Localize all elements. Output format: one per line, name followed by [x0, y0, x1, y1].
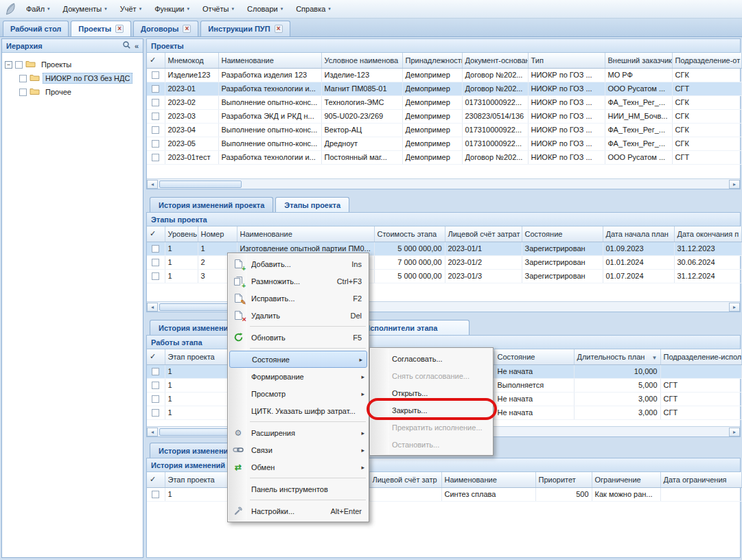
- tree-node-niokr-goz[interactable]: НИОКР по ГОЗ без НДС: [5, 71, 140, 85]
- column-header-external-customer[interactable]: Внешний заказчик: [605, 53, 672, 68]
- column-header-stage-cost[interactable]: Стоимость этапа: [374, 226, 445, 242]
- context-menu-item-refresh[interactable]: Обновить F5: [228, 329, 369, 346]
- column-header-number[interactable]: Номер: [198, 226, 237, 242]
- column-header-project-stage[interactable]: Этап проекта: [165, 472, 228, 487]
- column-header-constraint[interactable]: Ограничение: [592, 472, 660, 487]
- check-column-header[interactable]: ✓: [147, 53, 165, 68]
- collapse-panel-icon[interactable]: «: [135, 42, 139, 50]
- context-menu-item-formation[interactable]: Формирование ▸: [228, 368, 369, 385]
- check-column-header[interactable]: ✓: [147, 472, 165, 487]
- row-checkbox[interactable]: [152, 126, 159, 134]
- row-checkbox[interactable]: [152, 395, 159, 403]
- menu-item-file[interactable]: Файл▾: [20, 2, 56, 16]
- context-menu-item-duplicate[interactable]: + Размножить... Ctrl+F3: [228, 272, 369, 290]
- column-header-cost-account[interactable]: Лицевой счёт затр: [369, 472, 441, 487]
- column-header-conditional-name[interactable]: Условное наименова: [321, 53, 402, 68]
- menu-item-documents[interactable]: Документы▾: [57, 2, 113, 16]
- row-checkbox[interactable]: [152, 259, 159, 266]
- row-checkbox[interactable]: [152, 113, 159, 120]
- scroll-right-icon[interactable]: ▸: [729, 428, 740, 436]
- tab-projects[interactable]: Проекты×: [71, 21, 131, 36]
- column-header-department[interactable]: Подразделение-от: [672, 53, 741, 68]
- scroll-left-icon[interactable]: ◂: [147, 303, 158, 312]
- collapse-node-icon[interactable]: −: [5, 61, 12, 69]
- tab-project-change-history[interactable]: История изменений проекта: [150, 197, 273, 212]
- row-checkbox[interactable]: [152, 140, 159, 148]
- menu-item-functions[interactable]: Функции▾: [148, 2, 196, 16]
- column-header-level[interactable]: Уровень: [165, 226, 198, 242]
- column-header-constraint-date[interactable]: Дата ограничения: [660, 472, 741, 487]
- table-row[interactable]: 2023-04Выполнение опытно-конс...Вектор-А…: [147, 123, 741, 137]
- column-header-base-document[interactable]: Документ-основан: [462, 53, 528, 68]
- context-menu-item-toolbar[interactable]: Панель инструментов: [228, 480, 369, 498]
- scrollbar-thumb[interactable]: [159, 180, 242, 188]
- tab-instructions-pup[interactable]: Инструкции ПУП×: [200, 21, 290, 36]
- row-checkbox[interactable]: [152, 154, 159, 161]
- table-row[interactable]: Изделие123Разработка изделия 123Изделие-…: [147, 68, 741, 82]
- scroll-left-icon[interactable]: ◂: [147, 428, 158, 436]
- context-menu-item-settings[interactable]: Настройки... Alt+Enter: [228, 502, 369, 520]
- context-menu-item-links[interactable]: Связи ▸: [228, 441, 369, 458]
- table-row[interactable]: 2023-02Выполнение опытно-конс...Технолог…: [147, 95, 741, 109]
- column-header-name[interactable]: Наименование: [218, 53, 321, 68]
- scroll-right-icon[interactable]: ▸: [729, 180, 740, 189]
- context-menu-item-delete[interactable]: × Удалить Del: [228, 307, 369, 324]
- context-menu-item-state[interactable]: Состояние ▸: [229, 351, 367, 368]
- column-header-project-stage[interactable]: Этап проекта: [165, 349, 228, 364]
- column-header-belonging[interactable]: Принадлежность: [402, 53, 462, 68]
- tree-node-projects[interactable]: − Проекты: [5, 58, 140, 71]
- column-header-type[interactable]: Тип: [528, 53, 605, 68]
- close-icon[interactable]: ×: [183, 25, 191, 33]
- row-checkbox[interactable]: [152, 99, 159, 106]
- tree-checkbox[interactable]: [19, 89, 27, 96]
- context-menu-item-edit[interactable]: ✎ Исправить... F2: [228, 290, 369, 307]
- column-header-name[interactable]: Наименование: [237, 226, 374, 242]
- table-row[interactable]: 2023-03Разработка ЭКД и РКД н...905-U020…: [147, 109, 741, 123]
- column-header-state[interactable]: Состояние: [522, 226, 603, 242]
- table-row[interactable]: 2023-01тестРазработка технологии и...Пос…: [147, 150, 741, 164]
- tree-checkbox[interactable]: [15, 61, 23, 69]
- row-checkbox[interactable]: [152, 85, 159, 93]
- menu-item-dictionaries[interactable]: Словари▾: [241, 2, 289, 16]
- table-row-selected[interactable]: 2023-01Разработка технологии и...Магнит …: [147, 82, 741, 95]
- column-header-plan-end[interactable]: Дата окончания п: [674, 226, 741, 242]
- column-header-mnemocode[interactable]: Мнемокод: [165, 53, 218, 68]
- check-column-header[interactable]: ✓: [147, 349, 165, 364]
- column-header-executor-department[interactable]: Подразделение-исполн: [660, 349, 741, 364]
- context-menu-item-citk-cost-code[interactable]: ЦИТК. Указать шифр затрат...: [228, 402, 369, 419]
- column-header-priority[interactable]: Приоритет: [535, 472, 592, 487]
- scroll-left-icon[interactable]: ◂: [147, 180, 158, 189]
- row-checkbox[interactable]: [152, 245, 159, 253]
- tab-project-stages[interactable]: Этапы проекта: [275, 197, 349, 212]
- row-checkbox[interactable]: [152, 272, 159, 280]
- context-menu-item-extensions[interactable]: ⚙ Расширения ▸: [228, 424, 369, 441]
- find-icon[interactable]: [122, 40, 131, 51]
- row-checkbox[interactable]: [152, 491, 159, 498]
- sort-icon[interactable]: ▼: [652, 355, 658, 361]
- menu-item-accounting[interactable]: Учёт▾: [114, 2, 148, 16]
- context-menu-item-view[interactable]: Просмотр ▸: [228, 385, 369, 402]
- close-icon[interactable]: ×: [115, 25, 124, 33]
- submenu-item-approve[interactable]: Согласовать...: [370, 350, 493, 367]
- column-header-name[interactable]: Наименование: [441, 472, 535, 487]
- scroll-right-icon[interactable]: ▸: [729, 303, 740, 312]
- context-menu-item-exchange[interactable]: ⇄ Обмен ▸: [228, 458, 369, 476]
- tab-desktop[interactable]: Рабочий стол: [3, 21, 69, 36]
- tree-checkbox[interactable]: [19, 75, 27, 82]
- row-checkbox[interactable]: [152, 382, 159, 389]
- tab-contracts[interactable]: Договоры×: [133, 21, 198, 36]
- close-icon[interactable]: ×: [275, 25, 283, 33]
- check-column-header[interactable]: ✓: [147, 226, 165, 242]
- column-header-plan-start[interactable]: Дата начала план: [603, 226, 674, 242]
- tree-node-other[interactable]: Прочее: [5, 85, 140, 99]
- table-row[interactable]: 2023-05Выполнение опытно-конс...Дредноут…: [147, 137, 741, 150]
- column-header-cost-account[interactable]: Лицевой счёт затрат: [445, 226, 522, 242]
- context-menu-item-add[interactable]: + Добавить... Ins: [228, 255, 369, 272]
- menu-item-reports[interactable]: Отчёты▾: [196, 2, 240, 16]
- horizontal-scrollbar[interactable]: ◂ ▸: [147, 178, 740, 189]
- row-checkbox[interactable]: [152, 368, 159, 375]
- row-checkbox[interactable]: [152, 409, 159, 417]
- menu-item-help[interactable]: Справка▾: [290, 2, 337, 16]
- column-header-state[interactable]: Состояние: [494, 349, 574, 364]
- row-checkbox[interactable]: [152, 71, 159, 79]
